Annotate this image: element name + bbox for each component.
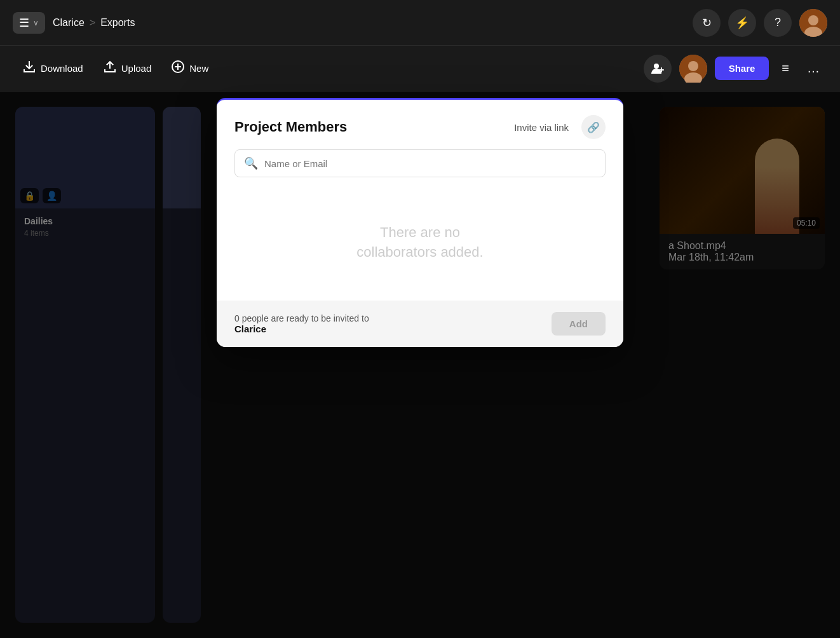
invite-link-label: Invite via link xyxy=(514,122,569,133)
upload-icon xyxy=(104,60,116,76)
help-button[interactable]: ? xyxy=(764,9,792,37)
modal-title: Project Members xyxy=(234,119,501,135)
invite-via-link-button[interactable]: Invite via link xyxy=(509,118,574,137)
modal-header: Project Members Invite via link 🔗 xyxy=(217,100,623,149)
toolbar: Download Upload New xyxy=(0,46,840,92)
refresh-icon: ↻ xyxy=(702,16,712,30)
more-icon: … xyxy=(807,61,820,75)
new-label: New xyxy=(189,63,208,74)
toolbar-right: Share ≡ … xyxy=(644,55,825,83)
current-user-avatar[interactable] xyxy=(679,55,707,83)
search-input-wrapper: 🔍 xyxy=(234,149,606,177)
empty-state: There are nocollaborators added. xyxy=(217,185,623,301)
bolt-button[interactable]: ⚡ xyxy=(728,9,756,37)
logo-button[interactable]: ☰ ∨ xyxy=(13,12,45,34)
add-button[interactable]: Add xyxy=(552,312,606,336)
new-icon xyxy=(172,60,184,76)
main-content: 🔒 👤 Dailies 4 items 05:10 a Shoot.mp4 Ma… xyxy=(0,92,840,638)
avatar-image xyxy=(799,9,827,37)
footer-invite-text: 0 people are ready to be invited to Clar… xyxy=(234,313,369,334)
list-view-button[interactable]: ≡ xyxy=(776,56,794,81)
breadcrumb: Clarice > Exports xyxy=(53,17,135,29)
add-member-button[interactable] xyxy=(644,55,672,83)
download-icon xyxy=(23,60,36,76)
svg-point-1 xyxy=(808,15,818,25)
breadcrumb-root[interactable]: Clarice xyxy=(53,17,85,29)
search-icon: 🔍 xyxy=(244,156,258,170)
top-navigation: ☰ ∨ Clarice > Exports ↻ ⚡ ? xyxy=(0,0,840,46)
logo-icon: ☰ xyxy=(19,16,29,30)
add-label: Add xyxy=(569,318,588,329)
link-icon: 🔗 xyxy=(587,121,600,133)
name-or-email-input[interactable] xyxy=(264,158,596,169)
upload-label: Upload xyxy=(121,63,152,74)
bolt-icon: ⚡ xyxy=(735,16,749,30)
list-icon: ≡ xyxy=(782,61,789,75)
project-members-modal: Project Members Invite via link 🔗 🔍 Ther… xyxy=(217,98,623,347)
breadcrumb-current: Exports xyxy=(100,17,135,29)
download-button[interactable]: Download xyxy=(15,55,91,81)
empty-state-text: There are nocollaborators added. xyxy=(234,223,606,262)
project-name-text: Clarice xyxy=(234,323,369,334)
upload-button[interactable]: Upload xyxy=(96,55,159,81)
share-label: Share xyxy=(729,63,755,74)
modal-overlay[interactable]: Project Members Invite via link 🔗 🔍 Ther… xyxy=(0,92,840,638)
more-options-button[interactable]: … xyxy=(802,56,825,81)
chevron-down-icon: ∨ xyxy=(33,18,39,27)
modal-footer: 0 people are ready to be invited to Clar… xyxy=(217,301,623,347)
new-button[interactable]: New xyxy=(164,55,216,81)
download-label: Download xyxy=(41,63,83,74)
help-icon: ? xyxy=(775,16,781,29)
breadcrumb-separator: > xyxy=(90,17,95,29)
share-button[interactable]: Share xyxy=(715,57,769,80)
add-person-icon xyxy=(651,62,665,76)
svg-point-6 xyxy=(688,61,698,71)
invite-count-text: 0 people are ready to be invited to xyxy=(234,313,369,323)
svg-point-4 xyxy=(654,64,659,69)
refresh-button[interactable]: ↻ xyxy=(693,9,721,37)
copy-link-button[interactable]: 🔗 xyxy=(581,115,606,139)
nav-actions: ↻ ⚡ ? xyxy=(693,9,827,37)
user-avatar[interactable] xyxy=(799,9,827,37)
modal-search: 🔍 xyxy=(217,149,623,185)
